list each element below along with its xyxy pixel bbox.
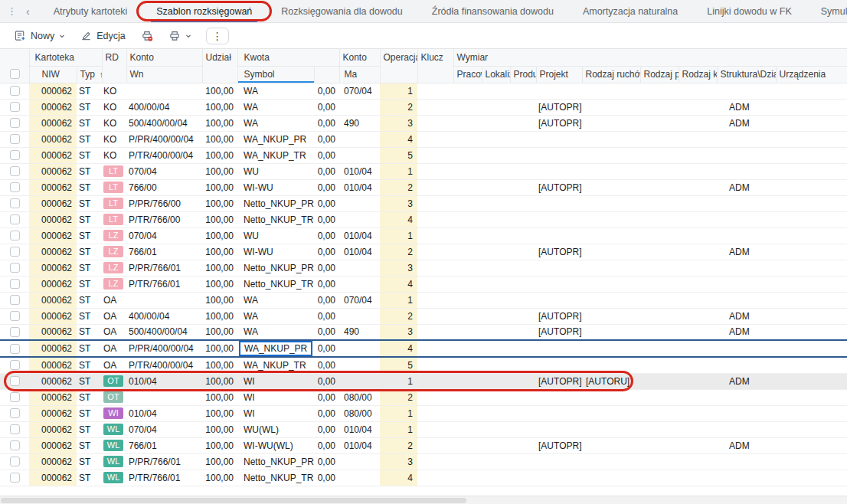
cell-rodzaj_kc[interactable] xyxy=(679,340,717,357)
cell-symbol[interactable]: Netto_NKUP_TR xyxy=(237,211,314,227)
cell-pracownik[interactable] xyxy=(453,260,482,276)
cell-klucz[interactable] xyxy=(417,131,453,147)
cell-klucz[interactable] xyxy=(417,147,453,163)
cell-produkt[interactable] xyxy=(510,389,536,405)
col-header-urzadzenia[interactable]: Urządzenia xyxy=(776,66,847,83)
row-checkbox[interactable] xyxy=(10,408,20,418)
cell-wn[interactable]: 500/400/00/04 xyxy=(126,115,202,131)
cell-niw[interactable]: 000062 xyxy=(29,453,77,470)
cell-niw[interactable]: 000062 xyxy=(29,147,77,163)
cell-typ[interactable]: ST xyxy=(77,357,102,373)
cell-projekt[interactable]: [AUTOPR] xyxy=(536,373,582,389)
col-group-kartoteka[interactable]: Kartoteka xyxy=(29,49,102,66)
cell-udzial[interactable]: 100,00 xyxy=(202,244,237,260)
cell-lokalizacja[interactable] xyxy=(482,437,510,453)
row-checkbox[interactable] xyxy=(10,231,20,241)
cell-rd[interactable]: OT xyxy=(102,389,126,405)
cell-niw[interactable]: 000062 xyxy=(29,405,77,421)
cell-pracownik[interactable] xyxy=(453,99,482,115)
cell-str[interactable] xyxy=(717,227,776,244)
table-row[interactable]: 000062STLTP/PR/766/00100,00Netto_NKUP_PR… xyxy=(0,195,847,211)
cell-niw[interactable]: 000062 xyxy=(29,83,77,99)
cell-rodzaj_p[interactable] xyxy=(640,389,679,405)
cell-op[interactable]: 1 xyxy=(380,405,417,421)
cell-ma[interactable]: 010/04 xyxy=(339,227,380,244)
cell-rr[interactable] xyxy=(582,115,640,131)
cell-rd[interactable]: WL xyxy=(102,453,126,470)
cell-wn[interactable]: P/TR/766/00 xyxy=(126,211,202,227)
cell-wn[interactable]: P/TR/766/01 xyxy=(126,470,202,486)
cell-str[interactable] xyxy=(717,195,776,211)
table-row[interactable]: 000062STLT766/00100,00WI-WU0,00010/042[A… xyxy=(0,179,847,195)
cell-typ[interactable]: ST xyxy=(77,227,102,244)
cell-rodzaj_p[interactable] xyxy=(640,179,679,195)
cell-symbol[interactable]: Netto_NKUP_TR xyxy=(237,470,314,486)
cell-rr[interactable] xyxy=(582,421,640,437)
cell-klucz[interactable] xyxy=(417,389,453,405)
edit-button[interactable]: Edycja xyxy=(74,26,132,45)
cell-ma[interactable]: 490 xyxy=(339,324,380,340)
cell-symbol[interactable]: WI-WU(WL) xyxy=(237,437,314,453)
row-checkbox[interactable] xyxy=(10,247,20,257)
cell-rd[interactable]: LZ xyxy=(102,227,126,244)
cell-symbol[interactable]: WI-WU xyxy=(237,244,314,260)
cell-udzial[interactable]: 100,00 xyxy=(202,340,237,357)
cell-rodzaj_p[interactable] xyxy=(640,453,679,470)
cell-urzadzenia[interactable] xyxy=(776,292,847,308)
cell-rr[interactable] xyxy=(582,83,640,99)
cell-rodzaj_p[interactable] xyxy=(640,83,679,99)
cell-urzadzenia[interactable] xyxy=(776,437,847,453)
cell-kwota[interactable]: 0,00 xyxy=(314,437,339,453)
cell-urzadzenia[interactable] xyxy=(776,340,847,357)
cell-wn[interactable] xyxy=(126,83,202,99)
table-row[interactable]: 000062STKO500/400/00/04100,00WA0,004903[… xyxy=(0,115,847,131)
cell-lokalizacja[interactable] xyxy=(482,340,510,357)
cell-klucz[interactable] xyxy=(417,195,453,211)
cell-lokalizacja[interactable] xyxy=(482,405,510,421)
cell-kwota[interactable]: 0,00 xyxy=(314,115,339,131)
cell-ma[interactable]: 010/04 xyxy=(339,437,380,453)
cell-niw[interactable]: 000062 xyxy=(29,163,77,179)
cell-rodzaj_p[interactable] xyxy=(640,260,679,276)
cell-op[interactable]: 2 xyxy=(380,437,417,453)
cell-rodzaj_kc[interactable] xyxy=(679,115,717,131)
cell-typ[interactable]: ST xyxy=(77,340,102,357)
cell-symbol[interactable]: WI xyxy=(237,373,314,389)
col-header-klucz[interactable]: Klucz xyxy=(417,49,453,83)
cell-pracownik[interactable] xyxy=(453,405,482,421)
cell-rodzaj_p[interactable] xyxy=(640,244,679,260)
cell-klucz[interactable] xyxy=(417,244,453,260)
cell-wn[interactable]: P/TR/400/00/04 xyxy=(126,147,202,163)
cell-rd[interactable]: KO xyxy=(102,83,126,99)
cell-kwota[interactable]: 0,00 xyxy=(314,179,339,195)
cell-kwota[interactable]: 0,00 xyxy=(314,227,339,244)
cell-niw[interactable]: 000062 xyxy=(29,179,77,195)
cell-klucz[interactable] xyxy=(417,324,453,340)
col-header-produkt[interactable]: Produ xyxy=(510,66,536,83)
cell-produkt[interactable] xyxy=(510,99,536,115)
cell-rodzaj_kc[interactable] xyxy=(679,179,717,195)
cell-kwota[interactable]: 0,00 xyxy=(314,244,339,260)
cell-klucz[interactable] xyxy=(417,227,453,244)
cell-rd[interactable]: KO xyxy=(102,147,126,163)
cell-klucz[interactable] xyxy=(417,340,453,357)
focused-cell[interactable]: WA_NKUP_PR xyxy=(239,341,312,356)
row-checkbox[interactable] xyxy=(10,295,20,305)
cell-symbol[interactable]: WA xyxy=(237,292,314,308)
cell-lokalizacja[interactable] xyxy=(482,131,510,147)
cell-produkt[interactable] xyxy=(510,195,536,211)
cell-pracownik[interactable] xyxy=(453,470,482,486)
cell-lokalizacja[interactable] xyxy=(482,99,510,115)
table-row[interactable]: 000062STLZ766/01100,00WI-WU0,00010/042[A… xyxy=(0,244,847,260)
cell-urzadzenia[interactable] xyxy=(776,147,847,163)
cell-symbol[interactable]: WA_NKUP_PR xyxy=(237,131,314,147)
cell-projekt[interactable] xyxy=(536,470,582,486)
cell-rodzaj_kc[interactable] xyxy=(679,373,717,389)
cell-urzadzenia[interactable] xyxy=(776,83,847,99)
cell-wn[interactable]: 010/04 xyxy=(126,373,202,389)
cell-projekt[interactable]: [AUTOPR] xyxy=(536,437,582,453)
cell-symbol[interactable]: WA xyxy=(237,115,314,131)
cell-rodzaj_p[interactable] xyxy=(640,421,679,437)
tab[interactable]: Szablon rozksięgowań xyxy=(143,0,265,22)
cell-rodzaj_kc[interactable] xyxy=(679,308,717,324)
